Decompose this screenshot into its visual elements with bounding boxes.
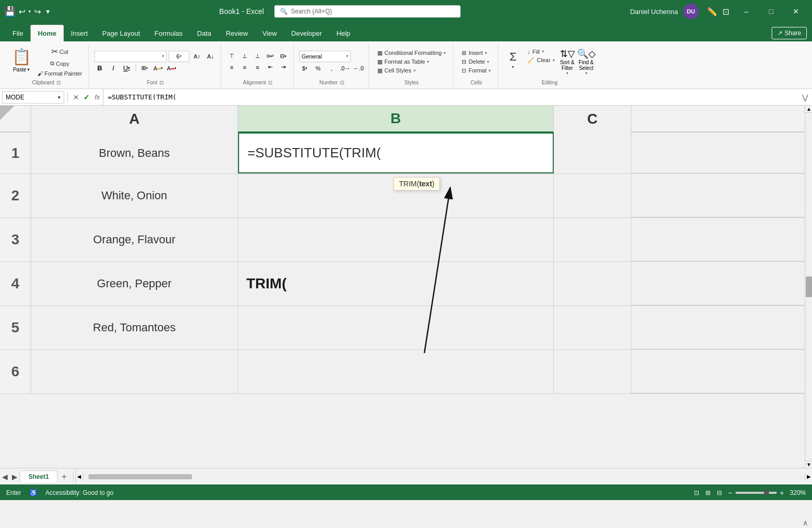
fill-color-button[interactable]: A▬▾ <box>153 64 164 73</box>
minimize-button[interactable]: – <box>734 3 758 20</box>
number-format-dropdown[interactable]: General ▾ <box>299 51 351 62</box>
tab-data[interactable]: Data <box>190 25 218 41</box>
col-header-c[interactable]: C <box>554 106 631 133</box>
align-left-button[interactable]: ≡ <box>226 63 238 72</box>
sheet-tab-sheet1[interactable]: Sheet1 <box>20 471 57 482</box>
zoom-plus-button[interactable]: + <box>780 489 784 497</box>
cell-a2[interactable]: White, Onion <box>31 174 238 217</box>
cell-a5[interactable]: Red, Tomantoes <box>31 306 238 349</box>
scrollbar-down-button[interactable]: ▼ <box>805 461 812 468</box>
fill-button[interactable]: ↓ Fill ▾ <box>524 48 557 55</box>
bold-button[interactable]: B <box>94 64 106 73</box>
ribbon-collapse-button[interactable]: ∧ <box>803 519 808 527</box>
cell-a6[interactable] <box>31 350 238 393</box>
insert-cells-button[interactable]: ⊞ Insert ▾ <box>459 49 494 57</box>
undo-icon[interactable]: ↩ <box>19 7 25 17</box>
align-right-button[interactable]: ≡ <box>252 63 263 72</box>
cell-c5[interactable] <box>554 306 631 349</box>
underline-button[interactable]: U▾ <box>121 64 132 73</box>
cell-a3[interactable]: Orange, Flavour <box>31 218 238 261</box>
increase-decimal-button[interactable]: .0→ <box>339 64 351 73</box>
zoom-minus-button[interactable]: − <box>728 489 732 497</box>
hscroll-thumb[interactable] <box>88 474 192 479</box>
find-select-button[interactable]: 🔍◇ Find &Select ▾ <box>577 48 596 76</box>
conditional-formatting-button[interactable]: ▦ Conditional Formatting ▾ <box>374 49 449 57</box>
tab-home[interactable]: Home <box>31 25 64 41</box>
font-size-dropdown[interactable]: ▾ <box>180 54 182 58</box>
align-bottom-button[interactable]: ⊥ <box>252 52 263 61</box>
align-center-button[interactable]: ≡ <box>239 63 250 72</box>
percent-button[interactable]: % <box>313 64 324 73</box>
cancel-formula-button[interactable]: ✕ <box>73 93 79 101</box>
row-header-6[interactable]: 6 <box>0 350 31 393</box>
format-cells-button[interactable]: ⊡ Format ▾ <box>459 67 494 75</box>
increase-indent-button[interactable]: ⇥ <box>278 63 289 72</box>
redo-icon[interactable]: ↪ <box>34 7 41 17</box>
enter-formula-button[interactable]: ✓ <box>83 93 90 101</box>
decrease-font-button[interactable]: A↓ <box>205 52 216 61</box>
row-header-3[interactable]: 3 <box>0 218 31 261</box>
paste-button[interactable]: 📋 Paste ▾ <box>8 46 34 78</box>
tab-file[interactable]: File <box>5 25 31 41</box>
col-header-b[interactable]: B <box>238 106 554 133</box>
increase-font-button[interactable]: A↑ <box>191 52 203 61</box>
decrease-indent-button[interactable]: ⇤ <box>265 63 276 72</box>
border-button[interactable]: ⊞▾ <box>139 64 151 73</box>
zoom-slider-thumb[interactable] <box>764 490 769 495</box>
cell-c2[interactable] <box>554 174 631 217</box>
pen-icon[interactable]: ✏️ <box>707 7 717 17</box>
col-header-a[interactable]: A <box>31 106 238 133</box>
wrap-text-button[interactable]: ≡↵ <box>265 52 276 61</box>
name-box[interactable]: MODE ▾ <box>2 91 64 104</box>
tab-help[interactable]: Help <box>329 25 358 41</box>
cell-c6[interactable] <box>554 350 631 393</box>
horizontal-scrollbar[interactable]: ◀ ▶ <box>76 468 812 485</box>
save-icon[interactable]: 💾 <box>4 6 16 17</box>
cell-a4[interactable]: Green, Pepper <box>31 262 238 305</box>
cell-b3[interactable] <box>238 218 554 261</box>
currency-button[interactable]: $▾ <box>299 64 311 73</box>
autosum-button[interactable]: Σ ▾ <box>504 48 522 71</box>
tab-view[interactable]: View <box>255 25 284 41</box>
scrollbar-up-button[interactable]: ▲ <box>805 106 812 113</box>
customize-qat-icon[interactable]: ▾ <box>46 7 50 16</box>
font-name-dropdown[interactable]: ▾ <box>162 54 164 58</box>
delete-cells-button[interactable]: ⊟ Delete ▾ <box>459 58 494 66</box>
cell-b5[interactable] <box>238 306 554 349</box>
font-name-input[interactable]: ▾ <box>94 51 167 62</box>
cell-b6[interactable] <box>238 350 554 393</box>
right-scrollbar[interactable]: ▲ ▼ <box>805 106 812 468</box>
align-middle-button[interactable]: ⊥ <box>239 52 250 61</box>
hscroll-left-button[interactable]: ◀ <box>76 473 83 480</box>
cell-styles-button[interactable]: ▦ Cell Styles ▾ <box>374 67 449 75</box>
row-header-5[interactable]: 5 <box>0 306 31 349</box>
font-color-button[interactable]: A▬▾ <box>166 64 178 73</box>
hscroll-right-button[interactable]: ▶ <box>805 473 812 480</box>
italic-button[interactable]: I <box>108 64 119 73</box>
close-button[interactable]: ✕ <box>784 3 808 20</box>
formula-content[interactable]: =SUBSTITUTE(TRIM( <box>108 93 176 101</box>
name-box-dropdown[interactable]: ▾ <box>58 95 61 100</box>
alignment-expand-icon[interactable]: ⊡ <box>268 80 272 85</box>
font-expand-icon[interactable]: ⊡ <box>159 80 164 85</box>
share-button[interactable]: ↗ Share <box>772 27 807 39</box>
tab-review[interactable]: Review <box>218 25 255 41</box>
formula-expand-button[interactable]: ⋁ <box>800 93 810 101</box>
tab-formulas[interactable]: Formulas <box>147 25 190 41</box>
row-header-4[interactable]: 4 <box>0 262 31 305</box>
sheet-nav-next[interactable]: ▶ <box>10 473 20 481</box>
paste-dropdown[interactable]: ▾ <box>27 67 29 72</box>
comma-button[interactable]: , <box>326 64 337 73</box>
clipboard-expand-icon[interactable]: ⊡ <box>56 80 61 85</box>
view-layout-icon[interactable]: ⊞ <box>705 489 711 496</box>
format-painter-button[interactable]: 🖌 Format Painter <box>35 69 84 78</box>
font-size-input[interactable]: 6 ▾ <box>169 51 189 62</box>
tab-page-layout[interactable]: Page Layout <box>95 25 147 41</box>
number-expand-icon[interactable]: ⊡ <box>340 80 344 85</box>
cell-b2[interactable] <box>238 174 554 217</box>
sort-filter-arrow[interactable]: ▾ <box>566 71 568 76</box>
sheet-nav-prev[interactable]: ◀ <box>0 473 10 481</box>
copy-button[interactable]: ⧉ Copy <box>35 59 84 68</box>
cell-c3[interactable] <box>554 218 631 261</box>
cell-c1[interactable] <box>554 133 631 173</box>
